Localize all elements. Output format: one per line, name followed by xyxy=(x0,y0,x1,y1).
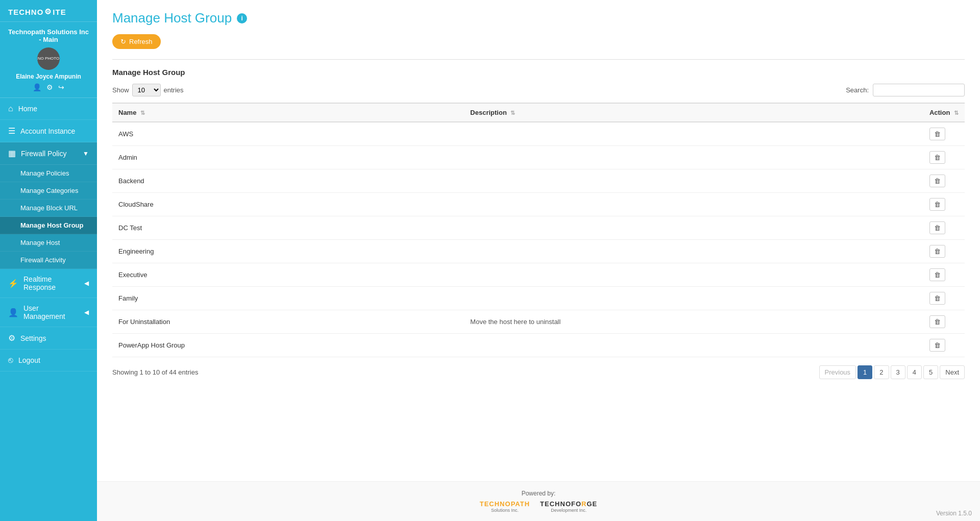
pagination-page-4[interactable]: 4 xyxy=(907,365,922,379)
user-profile-icon[interactable]: 👤 xyxy=(33,83,41,91)
content-area: Manage Host Group i ↻ Refresh Manage Hos… xyxy=(97,0,980,481)
firewall-policy-icon: ▦ xyxy=(8,148,16,158)
pagination-page-2[interactable]: 2 xyxy=(874,365,889,379)
sidebar-item-firewall-policy-label: Firewall Policy xyxy=(21,150,66,158)
sidebar-item-manage-categories[interactable]: Manage Categories xyxy=(0,182,97,200)
delete-button[interactable]: 🗑 xyxy=(929,268,945,281)
row-action: 🗑 xyxy=(923,146,965,169)
col-description-label: Description xyxy=(470,109,507,116)
row-name: AWS xyxy=(112,122,464,146)
delete-button[interactable]: 🗑 xyxy=(929,292,945,305)
user-panel: Technopath Solutions Inc - Main NO PHOTO… xyxy=(0,22,97,98)
table-row: Family 🗑 xyxy=(112,287,965,310)
logo-gear-icon: ⚙ xyxy=(44,7,52,16)
table-title: Manage Host Group xyxy=(112,68,965,77)
account-instance-icon: ☰ xyxy=(8,126,15,136)
delete-button[interactable]: 🗑 xyxy=(929,175,945,187)
row-action: 🗑 xyxy=(923,216,965,240)
sidebar-item-home[interactable]: ⌂ Home xyxy=(0,98,97,120)
logo-text: TECHNO xyxy=(8,8,43,16)
manage-host-group-label: Manage Host Group xyxy=(20,221,84,229)
version-text: Version 1.5.0 xyxy=(936,510,972,517)
manage-policies-label: Manage Policies xyxy=(20,169,69,177)
sidebar-item-manage-block-url[interactable]: Manage Block URL xyxy=(0,200,97,217)
show-entries-control: Show 10 25 50 100 entries xyxy=(112,84,184,96)
refresh-button[interactable]: ↻ Refresh xyxy=(112,34,161,49)
sidebar-item-user-management[interactable]: 👤 User Management ◀ xyxy=(0,298,97,327)
sidebar-item-firewall-policy[interactable]: ▦ Firewall Policy ▼ xyxy=(0,142,97,165)
realtime-response-icon: ⚡ xyxy=(8,279,18,288)
table-container: Manage Host Group Show 10 25 50 100 entr… xyxy=(112,68,965,379)
row-description xyxy=(464,169,923,193)
pagination-page-3[interactable]: 3 xyxy=(891,365,905,379)
table-row: CloudShare 🗑 xyxy=(112,193,965,216)
delete-button[interactable]: 🗑 xyxy=(929,221,945,234)
table-row: For Uninstallation Move the host here to… xyxy=(112,310,965,334)
firewall-submenu: Manage Policies Manage Categories Manage… xyxy=(0,165,97,269)
table-header-row: Name ⇅ Description ⇅ Action ⇅ xyxy=(112,103,965,122)
col-description-sort-icon[interactable]: ⇅ xyxy=(510,110,515,116)
pagination-next[interactable]: Next xyxy=(940,365,965,379)
table-body: AWS 🗑 Admin 🗑 Backend 🗑 CloudShare 🗑 xyxy=(112,122,965,357)
table-row: Backend 🗑 xyxy=(112,169,965,193)
sidebar-item-settings[interactable]: ⚙ Settings xyxy=(0,327,97,350)
pagination-page-5[interactable]: 5 xyxy=(923,365,938,379)
delete-button[interactable]: 🗑 xyxy=(929,245,945,258)
sidebar-item-realtime-response-label: Realtime Response xyxy=(23,275,79,291)
row-description xyxy=(464,240,923,263)
user-settings-icon[interactable]: ⚙ xyxy=(46,83,53,91)
entries-select[interactable]: 10 25 50 100 xyxy=(132,84,161,96)
show-label: Show xyxy=(112,86,129,94)
col-action-sort-icon[interactable]: ⇅ xyxy=(954,110,959,116)
delete-button[interactable]: 🗑 xyxy=(929,198,945,211)
host-group-table: Name ⇅ Description ⇅ Action ⇅ xyxy=(112,103,965,357)
search-input[interactable] xyxy=(873,84,965,96)
settings-icon: ⚙ xyxy=(8,333,15,343)
main-content: Manage Host Group i ↻ Refresh Manage Hos… xyxy=(97,0,980,521)
table-controls: Show 10 25 50 100 entries Search: xyxy=(112,84,965,96)
table-row: DC Test 🗑 xyxy=(112,216,965,240)
row-name: Backend xyxy=(112,169,464,193)
manage-host-label: Manage Host xyxy=(20,239,60,246)
pagination-page-1[interactable]: 1 xyxy=(857,365,872,379)
sidebar-item-realtime-response[interactable]: ⚡ Realtime Response ◀ xyxy=(0,269,97,298)
technoforge-sub: Development Inc. xyxy=(540,508,597,513)
info-icon[interactable]: i xyxy=(237,13,247,23)
col-name-sort-icon[interactable]: ⇅ xyxy=(140,110,145,116)
user-management-icon: 👤 xyxy=(8,308,18,317)
sidebar-item-logout[interactable]: ⎋ Logout xyxy=(0,350,97,371)
sidebar-item-manage-host[interactable]: Manage Host xyxy=(0,234,97,252)
row-description xyxy=(464,287,923,310)
delete-button[interactable]: 🗑 xyxy=(929,151,945,164)
manage-block-url-label: Manage Block URL xyxy=(20,204,78,212)
row-name: DC Test xyxy=(112,216,464,240)
header-divider xyxy=(112,59,965,60)
firewall-policy-chevron-icon: ▼ xyxy=(83,150,89,157)
delete-button[interactable]: 🗑 xyxy=(929,339,945,352)
avatar: NO PHOTO xyxy=(37,47,60,70)
user-logout-icon[interactable]: ↪ xyxy=(58,83,64,91)
pagination-previous[interactable]: Previous xyxy=(819,365,856,379)
user-actions: 👤 ⚙ ↪ xyxy=(8,83,89,91)
row-action: 🗑 xyxy=(923,287,965,310)
page-title: Manage Host Group xyxy=(112,10,232,26)
delete-button[interactable]: 🗑 xyxy=(929,128,945,140)
sidebar-item-firewall-activity[interactable]: Firewall Activity xyxy=(0,252,97,269)
row-description xyxy=(464,263,923,287)
row-description xyxy=(464,193,923,216)
row-description xyxy=(464,216,923,240)
sidebar-item-account-instance[interactable]: ☰ Account Instance xyxy=(0,120,97,142)
technoforge-label: TECHNOFO xyxy=(540,500,581,508)
row-name: Engineering xyxy=(112,240,464,263)
sidebar-item-home-label: Home xyxy=(18,105,37,113)
row-description xyxy=(464,122,923,146)
table-row: PowerApp Host Group 🗑 xyxy=(112,334,965,357)
row-action: 🗑 xyxy=(923,122,965,146)
refresh-icon: ↻ xyxy=(120,38,126,45)
delete-button[interactable]: 🗑 xyxy=(929,315,945,328)
sidebar-item-manage-policies[interactable]: Manage Policies xyxy=(0,165,97,182)
manage-categories-label: Manage Categories xyxy=(20,187,78,194)
logout-icon: ⎋ xyxy=(8,356,13,365)
sidebar-item-manage-host-group[interactable]: Manage Host Group xyxy=(0,217,97,234)
table-row: Admin 🗑 xyxy=(112,146,965,169)
